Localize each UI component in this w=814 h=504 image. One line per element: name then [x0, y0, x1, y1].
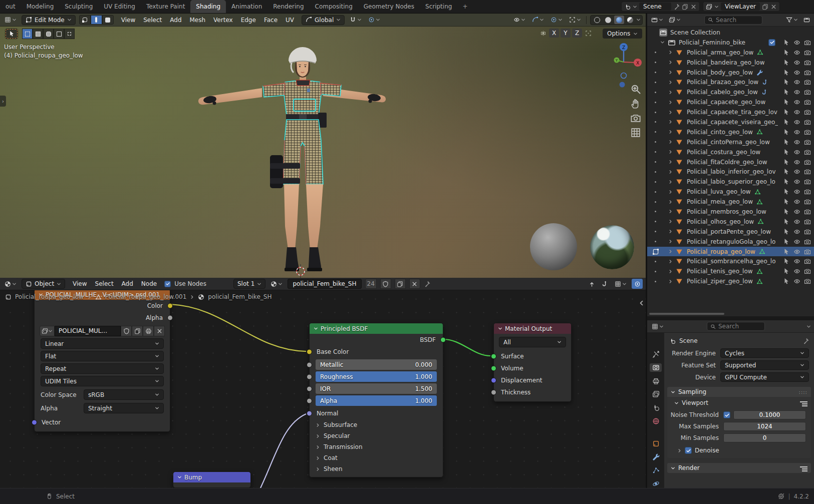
close-icon[interactable]	[770, 4, 777, 10]
workspace-tab-shading[interactable]: Shading	[190, 0, 226, 13]
overlays-toggle[interactable]	[632, 279, 643, 289]
bsdf-section-sheen[interactable]: Sheen	[310, 463, 443, 474]
xray-toggle[interactable]	[568, 15, 583, 25]
workspace-tab-texture-paint[interactable]: Texture Paint	[141, 0, 190, 13]
active-tool-button[interactable]	[5, 29, 18, 39]
fake-user-button[interactable]	[121, 326, 132, 336]
axis-y-button[interactable]: Y	[561, 29, 571, 38]
collapse-icon[interactable]	[498, 326, 502, 331]
material-name-field[interactable]: policial_Fem_bike_SH	[288, 279, 361, 289]
outliner-row-policial-ziper-geo-low[interactable]: Policial_ziper_geo_low	[647, 276, 814, 286]
image-browse-button[interactable]	[40, 326, 55, 336]
bump-node[interactable]: Bump	[173, 471, 251, 488]
new-collection-button[interactable]	[802, 15, 811, 25]
shader-editor[interactable]: POLICIAL_MULHE...V.<UDIM>.psd.001 Color …	[0, 278, 646, 488]
shading-wireframe-button[interactable]	[592, 16, 602, 24]
preset-icon[interactable]	[802, 401, 807, 402]
outliner-row-policial-retangulogola-geo-lo[interactable]: Policial_retanguloGola_geo_lo	[647, 237, 814, 247]
outliner-row-policial-labio-inferior-geo-lov[interactable]: Policial_labio_inferior_geo_lov	[647, 167, 814, 177]
axis-z-button[interactable]: Z	[572, 29, 582, 38]
menu-view[interactable]: View	[69, 280, 91, 287]
preset-icon[interactable]	[802, 466, 807, 467]
menu-view[interactable]: View	[117, 17, 139, 24]
snap-node-toggle[interactable]	[600, 279, 610, 289]
shader-type-dropdown[interactable]: Object	[22, 279, 65, 289]
zoom-icon[interactable]	[630, 84, 641, 95]
collapse-icon[interactable]	[314, 326, 318, 331]
shader-editor-type-button[interactable]	[3, 279, 18, 289]
eye-icon[interactable]	[793, 39, 800, 46]
scene-name[interactable]: Scene	[639, 3, 671, 11]
vertex-select-button[interactable]	[79, 15, 91, 25]
workspace-tab-scripting[interactable]: Scripting	[420, 0, 457, 13]
gizmo-y-label[interactable]: Y	[615, 59, 618, 63]
use-nodes-checkbox[interactable]	[164, 281, 171, 287]
edge-select-button[interactable]	[91, 15, 102, 25]
bsdf-metallic-slider[interactable]: Metallic0.000	[316, 359, 437, 370]
selectable-icon[interactable]	[783, 39, 790, 46]
outliner-row-policial-body-geo-low[interactable]: Policial_body_geo_low	[647, 68, 814, 78]
outliner-row-policial-cabelo-geo-low[interactable]: Policial_cabelo_geo_low	[647, 87, 814, 97]
menu-uv[interactable]: UV	[282, 17, 298, 24]
outliner-row-policial-cintoperna-geo-low[interactable]: Policial_cintoPerna_geo_low	[647, 137, 814, 147]
menu-add[interactable]: Add	[166, 17, 185, 24]
outliner-row-policial-labio-superior-geo-lo[interactable]: Policial_labio_superior_geo_lo	[647, 177, 814, 187]
imgtex-linear-dropdown[interactable]: Linear	[41, 338, 164, 349]
tab-physics[interactable]	[650, 479, 662, 488]
copy-image-button[interactable]	[132, 326, 143, 336]
character-model[interactable]	[192, 40, 392, 278]
close-icon[interactable]	[690, 4, 697, 10]
outliner-row-policial-capacete-tira-geo-lov[interactable]: Policial_capacete_tira_geo_lov	[647, 107, 814, 117]
imgtex-alpha-dropdown[interactable]: Straight	[84, 403, 164, 413]
properties-editor-type-button[interactable]	[650, 321, 665, 331]
noise-threshold-field[interactable]: 0.1000	[733, 410, 806, 419]
pack-image-button[interactable]	[143, 326, 154, 336]
menu-select[interactable]: Select	[91, 280, 118, 287]
outliner-row-policial-brazao-geo-low[interactable]: Policial_brazao_geo_low	[647, 77, 814, 87]
viewport-3d[interactable]: User Perspective (4) Policial_roupa_geo_…	[0, 27, 646, 278]
outliner-scrollbar[interactable]	[649, 313, 724, 315]
outliner-row-policial-tenis-geo-low[interactable]: Policial_tenis_geo_low	[647, 266, 814, 276]
principled-bsdf-node[interactable]: Principled BSDF BSDF Base Color Metallic…	[309, 323, 443, 477]
proportional-edit-toggle[interactable]	[367, 15, 382, 25]
render-visibility-icon[interactable]	[804, 39, 811, 46]
select-box-subtract-button[interactable]	[43, 29, 54, 39]
workspace-tab-geometry-nodes[interactable]: Geometry Nodes	[358, 0, 420, 13]
outliner-collection-row[interactable]: Policial_Feminino_bike	[647, 38, 814, 48]
face-select-button[interactable]	[102, 15, 114, 25]
gizmo-x-label[interactable]: X	[636, 61, 639, 66]
viewport-subpanel-header[interactable]: Viewport	[667, 398, 811, 408]
bsdf-roughness-slider[interactable]: Roughness1.000	[316, 371, 437, 382]
outliner-row-policial-fitacoldre-geo-low[interactable]: Policial_fitaColdre_geo_low	[647, 157, 814, 167]
bsdf-section-subsurface[interactable]: Subsurface	[310, 419, 443, 430]
prop-device-dropdown[interactable]: GPU Compute	[720, 372, 809, 382]
outliner-search[interactable]	[704, 16, 762, 25]
mode-dropdown[interactable]: Edit Mode	[22, 15, 76, 25]
toolbar-expand-arrow[interactable]: ›	[0, 96, 6, 107]
workspace-tab-animation[interactable]: Animation	[226, 0, 267, 13]
pin-icon[interactable]	[424, 281, 430, 287]
properties-search-input[interactable]	[718, 323, 761, 330]
shading-solid-button[interactable]	[603, 16, 613, 24]
options-dropdown[interactable]: Options	[603, 29, 642, 39]
outliner-row-policial-portapente-geo-low[interactable]: Policial_portaPente_geo_low	[647, 227, 814, 237]
sidebar-expand-arrow[interactable]	[638, 300, 645, 306]
select-box-set-button[interactable]	[22, 29, 33, 39]
tab-render[interactable]	[650, 363, 662, 372]
pin-icon[interactable]	[673, 4, 680, 10]
navigation-gizmo[interactable]: Z Y X	[601, 42, 646, 87]
outliner-row-policial-arma-geo-low[interactable]: Policial_arma_geo_low	[647, 48, 814, 58]
snap-grid-dropdown[interactable]	[613, 279, 628, 289]
workspace-tab-uv-editing[interactable]: UV Editing	[98, 0, 141, 13]
bsdf-ior-slider[interactable]: IOR1.500	[316, 383, 437, 394]
outliner-row-policial-roupa-geo-low[interactable]: Policial_roupa_geo_low	[647, 247, 814, 257]
outliner-row-policial-sombrancelha-geo-lo[interactable]: Policial_sombrancelha_geo_lo	[647, 256, 814, 266]
browse-material-button[interactable]	[269, 279, 284, 289]
outliner-row-policial-bandeira-geo-low[interactable]: Policial_bandeira_geo_low	[647, 58, 814, 68]
prop-render-engine-dropdown[interactable]: Cycles	[720, 348, 809, 358]
workspace-tab-out[interactable]: out	[0, 0, 21, 13]
outliner-search-input[interactable]	[716, 17, 759, 24]
outliner-row-policial-luva-geo-low[interactable]: Policial_luva_geo_low	[647, 187, 814, 197]
ortho-grid-icon[interactable]	[630, 127, 641, 138]
workspace-tab-compositing[interactable]: Compositing	[310, 0, 358, 13]
